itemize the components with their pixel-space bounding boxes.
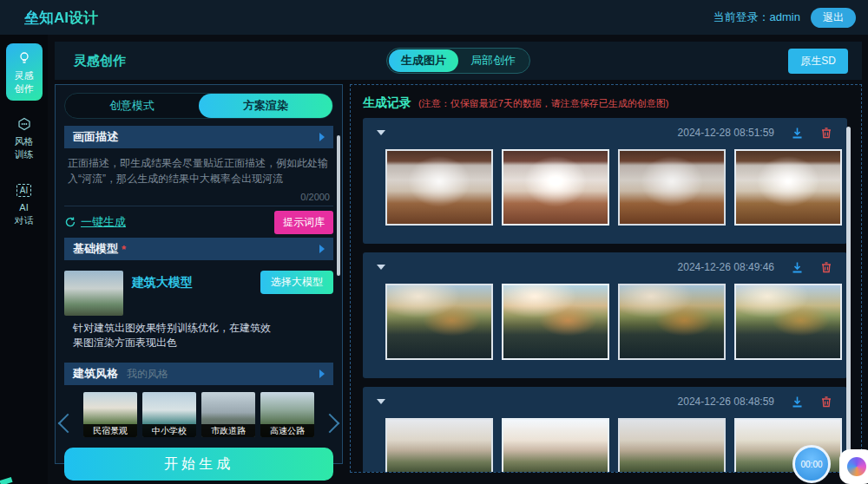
login-username: admin bbox=[770, 10, 800, 23]
base-model-card: 建筑大模型 选择大模型 针对建筑出图效果特别训练优化，在建筑效果图渲染方面表现出… bbox=[64, 267, 333, 357]
sidebar-item-label: 对话 bbox=[15, 214, 34, 227]
one-click-generate-label: 一键生成 bbox=[81, 214, 126, 230]
logout-button[interactable]: 退出 bbox=[811, 8, 856, 28]
login-status: 当前登录：admin bbox=[713, 10, 800, 25]
char-counter: 0/2000 bbox=[300, 192, 330, 202]
carousel-next-icon[interactable] bbox=[320, 414, 340, 434]
sidebar-item-inspiration[interactable]: 灵感 创作 bbox=[6, 43, 43, 101]
start-generate-button[interactable]: 开始生成 bbox=[64, 448, 333, 481]
creation-mode-tabs: 生成图片 局部创作 bbox=[386, 48, 530, 74]
description-section-title: 画面描述 bbox=[73, 129, 118, 145]
brain-icon bbox=[847, 457, 866, 476]
base-model-section-header[interactable]: 基础模型 * bbox=[64, 238, 333, 260]
generated-image-thumbnail[interactable] bbox=[385, 284, 493, 360]
select-model-button[interactable]: 选择大模型 bbox=[260, 271, 333, 294]
tab-partial-creation[interactable]: 局部创作 bbox=[458, 49, 528, 72]
sidebar-item-label: 创作 bbox=[15, 82, 34, 95]
page-title: 灵感创作 bbox=[74, 53, 126, 69]
generation-settings-panel: 创意模式 方案渲染 画面描述 0/2000 一键生成 提示词库 基础模型 * 建… bbox=[55, 84, 343, 464]
style-section-title: 建筑风格 bbox=[73, 366, 118, 382]
sidebar: 灵感 创作 风格 训练 AI AI 对话 bbox=[0, 35, 48, 484]
generation-record: 2024-12-28 08:51:59 bbox=[363, 118, 847, 244]
generation-record: 2024-12-26 08:49:46 bbox=[363, 252, 847, 378]
model-thumbnail bbox=[64, 271, 123, 316]
download-icon[interactable] bbox=[790, 395, 804, 409]
sidebar-item-ai-chat[interactable]: AI AI 对话 bbox=[6, 175, 43, 232]
tab-plan-render[interactable]: 方案渲染 bbox=[199, 94, 332, 118]
style-item-label: 高速公路 bbox=[260, 424, 314, 437]
hexagon-icon bbox=[16, 115, 33, 133]
tab-generate-image[interactable]: 生成图片 bbox=[389, 49, 458, 72]
one-click-generate-link[interactable]: 一键生成 bbox=[64, 214, 126, 230]
sidebar-item-style-training[interactable]: 风格 训练 bbox=[6, 109, 43, 167]
generated-image-thumbnail[interactable] bbox=[502, 149, 609, 226]
download-icon[interactable] bbox=[790, 260, 804, 274]
base-model-section-title: 基础模型 bbox=[73, 241, 118, 257]
model-description: 针对建筑出图效果特别训练优化，在建筑效果图渲染方面表现出色 bbox=[5, 321, 274, 350]
generation-record: 2024-12-26 08:48:59 bbox=[363, 387, 847, 473]
refresh-icon bbox=[64, 216, 76, 228]
prompt-library-button[interactable]: 提示词库 bbox=[274, 211, 333, 234]
timer-button[interactable]: 00:00 bbox=[792, 445, 831, 483]
model-name: 建筑大模型 bbox=[132, 275, 193, 291]
app-title: 垒知AI设计 bbox=[24, 8, 98, 28]
lightbulb-icon bbox=[16, 49, 33, 67]
generated-image-thumbnail[interactable] bbox=[734, 284, 842, 360]
sidebar-item-label: 风格 bbox=[15, 135, 34, 148]
chevron-right-icon bbox=[319, 370, 325, 378]
app-header: 垒知AI设计 当前登录：admin 退出 bbox=[0, 0, 868, 35]
generated-image-thumbnail[interactable] bbox=[734, 149, 842, 226]
collapse-caret-icon[interactable] bbox=[377, 399, 385, 404]
generation-history-panel: 生成记录 (注意：仅保留最近7天的数据，请注意保存已生成的创意图) 2024-1… bbox=[350, 84, 862, 473]
description-input[interactable] bbox=[64, 148, 333, 202]
style-item-label: 民宿景观 bbox=[83, 424, 137, 437]
chevron-right-icon bbox=[319, 245, 325, 253]
mode-tabs: 创意模式 方案渲染 bbox=[64, 93, 333, 119]
delete-icon[interactable] bbox=[819, 260, 833, 274]
collapse-caret-icon[interactable] bbox=[377, 265, 385, 270]
generated-image-thumbnail[interactable] bbox=[385, 418, 493, 473]
login-label: 当前登录： bbox=[713, 10, 770, 23]
style-item[interactable]: 市政道路 bbox=[201, 392, 255, 437]
style-carousel: 民宿景观 中小学校 市政道路 高速公路 bbox=[59, 392, 339, 437]
record-timestamp: 2024-12-26 08:48:59 bbox=[678, 396, 774, 408]
style-item[interactable]: 中小学校 bbox=[142, 392, 196, 437]
generated-image-thumbnail[interactable] bbox=[618, 149, 726, 226]
sidebar-item-label: 训练 bbox=[15, 148, 34, 161]
style-item-label: 市政道路 bbox=[201, 424, 255, 437]
delete-icon[interactable] bbox=[819, 126, 833, 140]
delete-icon[interactable] bbox=[819, 395, 833, 409]
native-sd-button[interactable]: 原生SD bbox=[788, 49, 848, 74]
sidebar-item-label: AI bbox=[19, 201, 28, 214]
left-panel-scrollbar[interactable] bbox=[337, 135, 340, 276]
style-item-label: 中小学校 bbox=[142, 424, 196, 437]
record-timestamp: 2024-12-26 08:49:46 bbox=[678, 261, 774, 273]
ai-box-icon: AI bbox=[16, 181, 33, 199]
generated-image-thumbnail[interactable] bbox=[502, 284, 609, 360]
download-icon[interactable] bbox=[790, 126, 804, 140]
required-mark: * bbox=[122, 243, 126, 256]
page-toolbar: 灵感创作 生成图片 局部创作 原生SD bbox=[55, 42, 862, 80]
generated-image-thumbnail[interactable] bbox=[385, 149, 493, 226]
sidebar-item-label: 灵感 bbox=[15, 69, 34, 82]
generated-image-thumbnail[interactable] bbox=[618, 284, 726, 360]
description-area: 0/2000 bbox=[64, 148, 333, 206]
history-notice: (注意：仅保留最近7天的数据，请注意保存已生成的创意图) bbox=[418, 97, 668, 110]
collapse-caret-icon[interactable] bbox=[377, 130, 385, 135]
style-item[interactable]: 高速公路 bbox=[260, 392, 314, 437]
generated-image-thumbnail[interactable] bbox=[618, 418, 726, 473]
history-scrollbar[interactable] bbox=[846, 127, 851, 463]
history-title: 生成记录 bbox=[363, 95, 411, 111]
record-timestamp: 2024-12-28 08:51:59 bbox=[678, 127, 774, 139]
style-item[interactable]: 民宿景观 bbox=[83, 392, 137, 437]
my-styles-subtab[interactable]: 我的风格 bbox=[127, 367, 168, 382]
description-section-header[interactable]: 画面描述 bbox=[64, 126, 333, 148]
chevron-right-icon bbox=[319, 133, 325, 141]
ai-assistant-button[interactable] bbox=[839, 449, 868, 484]
tab-creative-mode[interactable]: 创意模式 bbox=[65, 94, 199, 118]
generated-image-thumbnail[interactable] bbox=[502, 418, 609, 473]
style-section-header[interactable]: 建筑风格 我的风格 bbox=[64, 363, 333, 385]
